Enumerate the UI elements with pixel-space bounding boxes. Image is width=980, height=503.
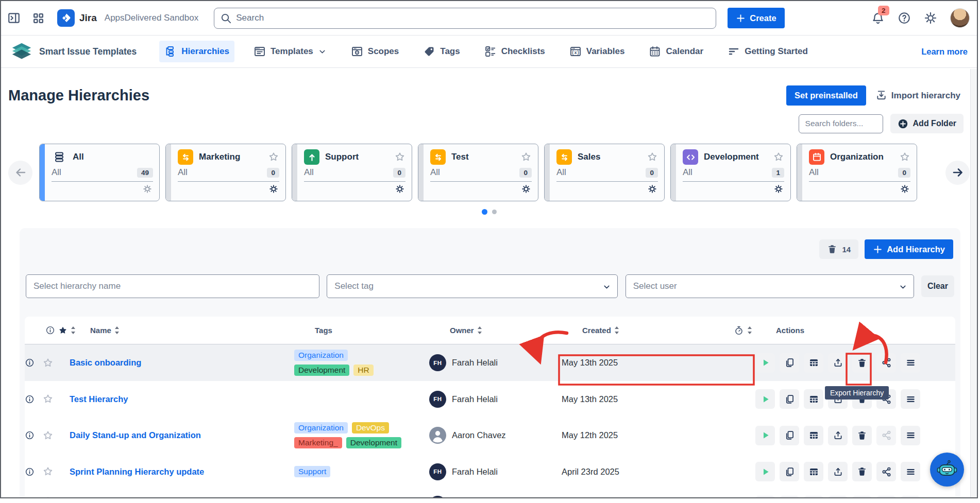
- nav-item-checklists[interactable]: Checklists: [479, 41, 550, 62]
- nav-item-calendar[interactable]: Calendar: [644, 41, 708, 62]
- run-button[interactable]: [755, 353, 775, 373]
- nav-item-variables[interactable]: (x)Variables: [564, 41, 630, 62]
- import-hierarchy-button[interactable]: Import hierarchy: [875, 90, 960, 101]
- folder-card-sales[interactable]: SalesAll0: [544, 144, 665, 201]
- deleted-items-button[interactable]: 14: [819, 239, 859, 259]
- sort-icon[interactable]: [614, 326, 619, 335]
- info-icon[interactable]: [25, 467, 35, 477]
- duplicate-button[interactable]: [780, 389, 799, 409]
- delete-button[interactable]: [852, 426, 872, 445]
- hierarchy-name-filter[interactable]: [26, 274, 319, 298]
- star-icon[interactable]: [394, 151, 405, 163]
- info-icon[interactable]: [45, 325, 55, 335]
- info-icon[interactable]: [25, 394, 35, 404]
- duplicate-button[interactable]: [780, 353, 799, 373]
- nav-item-tags[interactable]: Tags: [418, 41, 465, 62]
- gear-icon[interactable]: [521, 184, 531, 196]
- avatar[interactable]: [950, 8, 970, 28]
- export-button[interactable]: [828, 496, 848, 498]
- more-button[interactable]: [901, 353, 920, 373]
- folder-card-organization[interactable]: OrganizationAll0: [797, 144, 917, 201]
- col-name[interactable]: Name: [90, 326, 111, 335]
- more-button[interactable]: [901, 426, 920, 445]
- star-icon[interactable]: [520, 151, 532, 163]
- gear-icon[interactable]: [900, 184, 909, 196]
- nav-item-getting-started[interactable]: Getting Started: [722, 41, 813, 62]
- star-icon[interactable]: [899, 151, 910, 163]
- folder-card-development[interactable]: DevelopmentAll1: [670, 144, 791, 201]
- table-view-button[interactable]: [804, 426, 823, 445]
- nav-item-hierarchies[interactable]: Hierarchies: [159, 41, 234, 62]
- folder-card-test[interactable]: TestAll0: [418, 144, 538, 201]
- star-icon[interactable]: [773, 151, 784, 163]
- table-view-button[interactable]: [804, 462, 823, 481]
- hierarchy-name-link[interactable]: Test Hierarchy: [70, 394, 136, 404]
- share-button[interactable]: [876, 496, 896, 498]
- gear-icon[interactable]: [774, 184, 783, 196]
- carousel-next-button[interactable]: [945, 161, 970, 185]
- nav-item-templates[interactable]: Templates: [248, 41, 332, 62]
- folder-card-marketing[interactable]: MarketingAll0: [165, 144, 286, 201]
- star-icon[interactable]: [42, 496, 54, 498]
- gear-icon[interactable]: [648, 184, 657, 196]
- duplicate-button[interactable]: [780, 426, 799, 445]
- carousel-prev-button[interactable]: [8, 161, 32, 185]
- add-hierarchy-button[interactable]: Add Hierarchy: [865, 239, 953, 259]
- gear-icon[interactable]: [143, 184, 152, 196]
- create-button[interactable]: Create: [728, 8, 784, 28]
- more-button[interactable]: [901, 389, 920, 409]
- hierarchy-name-link[interactable]: Sprint Planning Hierarchy update: [70, 467, 212, 476]
- folder-card-support[interactable]: SupportAll0: [292, 144, 412, 201]
- sort-icon[interactable]: [114, 326, 120, 335]
- star-icon[interactable]: [42, 357, 54, 369]
- star-icon[interactable]: [268, 151, 279, 163]
- col-owner[interactable]: Owner: [450, 326, 474, 335]
- run-button[interactable]: [755, 496, 775, 498]
- settings-button[interactable]: [924, 11, 937, 25]
- help-button[interactable]: [898, 11, 911, 25]
- gear-icon[interactable]: [395, 184, 404, 196]
- duplicate-button[interactable]: [780, 496, 799, 498]
- table-view-button[interactable]: [804, 389, 823, 409]
- scrollbar[interactable]: [970, 69, 977, 497]
- hierarchy-name-link[interactable]: Basic onboarding: [70, 358, 149, 367]
- col-created[interactable]: Created: [582, 326, 611, 335]
- sort-icon[interactable]: [71, 326, 76, 335]
- sidebar-expand-icon[interactable]: [7, 11, 21, 25]
- add-folder-button[interactable]: Add Folder: [890, 114, 964, 133]
- star-icon[interactable]: [58, 326, 67, 335]
- clear-filters-button[interactable]: Clear: [921, 275, 954, 297]
- run-button[interactable]: [755, 426, 775, 445]
- sort-icon[interactable]: [747, 326, 752, 335]
- delete-button[interactable]: [852, 462, 872, 481]
- more-button[interactable]: [901, 462, 920, 481]
- table-view-button[interactable]: [804, 353, 823, 373]
- carousel-dot-1[interactable]: [482, 209, 487, 215]
- gear-icon[interactable]: [269, 184, 278, 196]
- export-button[interactable]: [828, 462, 848, 481]
- share-button[interactable]: [876, 462, 896, 481]
- hierarchy-name-link[interactable]: Daily Stand-up and Organization: [70, 430, 209, 440]
- star-icon[interactable]: [42, 430, 54, 441]
- delete-button[interactable]: [852, 496, 872, 498]
- star-icon[interactable]: [647, 151, 658, 163]
- share-button[interactable]: [876, 353, 896, 373]
- learn-more-link[interactable]: Learn more: [921, 47, 968, 57]
- search-folders-input[interactable]: [799, 114, 883, 133]
- table-view-button[interactable]: [804, 496, 823, 498]
- app-switcher-icon[interactable]: [32, 12, 45, 25]
- tag-filter-select[interactable]: Select tag: [327, 274, 618, 298]
- user-filter-select[interactable]: Select user: [626, 274, 914, 298]
- folder-card-all[interactable]: AllAll49: [39, 144, 160, 201]
- run-button[interactable]: [755, 462, 775, 481]
- run-button[interactable]: [755, 389, 775, 409]
- star-icon[interactable]: [42, 466, 54, 477]
- info-icon[interactable]: [25, 358, 35, 368]
- global-search-input[interactable]: [214, 8, 716, 29]
- nav-item-scopes[interactable]: Scopes: [346, 41, 404, 62]
- sort-icon[interactable]: [477, 326, 482, 335]
- export-button[interactable]: [828, 353, 848, 373]
- set-preinstalled-button[interactable]: Set preinstalled: [786, 85, 866, 106]
- star-icon[interactable]: [42, 393, 54, 405]
- notifications-button[interactable]: 2: [871, 11, 885, 25]
